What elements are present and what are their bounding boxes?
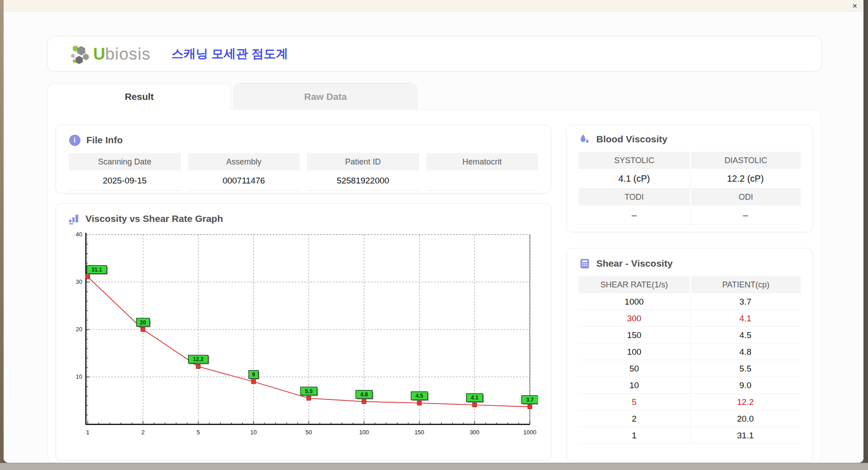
svg-text:4.5: 4.5 xyxy=(415,393,423,399)
table-row-cell-shear: 1000 xyxy=(579,293,690,310)
viscosity-graph-card: Viscosity vs Shear Rate Graph 1020304012… xyxy=(56,203,551,461)
brand-rest: biosis xyxy=(105,45,151,63)
svg-text:20: 20 xyxy=(140,320,146,326)
tab-raw-data[interactable]: Raw Data xyxy=(234,83,417,110)
shear-viscosity-table: SHEAR RATE(1/s) PATIENT(cp) 1000 3.7 300… xyxy=(579,276,801,444)
app-header: Ubiosis 스캐닝 모세관 점도계 xyxy=(47,36,821,71)
svg-text:10: 10 xyxy=(250,429,257,436)
table-row-cell-patient: 31.1 xyxy=(690,427,801,444)
window-content: Ubiosis 스캐닝 모세관 점도계 Result Raw Data File… xyxy=(4,12,863,463)
brand-u: U xyxy=(93,45,105,63)
tab-result[interactable]: Result xyxy=(47,83,231,110)
shear-viscosity-title-row: Shear - Viscosity xyxy=(579,258,801,269)
field-label: Hematocrit xyxy=(426,153,538,170)
svg-text:150: 150 xyxy=(415,429,425,436)
svg-text:3.7: 3.7 xyxy=(526,397,534,403)
table-row-cell-shear: 1 xyxy=(579,427,690,444)
left-column: File Info Scanning Date 2025-09-15 Assem… xyxy=(56,125,551,463)
svg-text:1: 1 xyxy=(86,429,89,436)
field-value xyxy=(426,170,538,191)
calculator-icon xyxy=(579,258,590,269)
app-window: × Ubiosis 스캐닝 모세관 점도계 Result Raw Data xyxy=(4,0,863,463)
svg-text:100: 100 xyxy=(359,429,369,436)
window-titlebar: × xyxy=(4,0,863,12)
brand-wordmark: Ubiosis xyxy=(93,46,151,62)
right-column: Blood Viscosity SYSTOLIC DIASTOLIC 4.1 (… xyxy=(566,125,813,463)
svg-text:50: 50 xyxy=(306,429,312,436)
field-value: 000711476 xyxy=(188,170,300,191)
bv-value-systolic: 4.1 (cP) xyxy=(579,169,690,188)
blood-viscosity-card: Blood Viscosity SYSTOLIC DIASTOLIC 4.1 (… xyxy=(566,125,813,232)
chart-plot-area: 102030401251050100150300100031.12012.295… xyxy=(68,228,538,444)
bv-value-diastolic: 12.2 (cP) xyxy=(690,169,801,188)
table-row-cell-shear: 2 xyxy=(579,410,690,427)
hexagon-cluster-logo-icon xyxy=(69,44,90,64)
table-row-cell-patient: 3.7 xyxy=(690,293,801,310)
field-label: Assembly xyxy=(188,153,300,170)
table-row-cell-patient: 12.2 xyxy=(690,394,801,410)
table-row-cell-shear: 10 xyxy=(579,377,690,394)
graph-title-row: Viscosity vs Shear Rate Graph xyxy=(68,213,539,225)
result-panel: File Info Scanning Date 2025-09-15 Assem… xyxy=(47,109,821,463)
desktop-edge-left xyxy=(0,0,4,463)
field-patient-id: Patient ID 52581922000 xyxy=(307,153,419,191)
blood-viscosity-title: Blood Viscosity xyxy=(596,134,667,145)
table-row-cell-patient: 5.5 xyxy=(690,360,801,377)
file-info-card: File Info Scanning Date 2025-09-15 Assem… xyxy=(56,125,551,193)
svg-text:9: 9 xyxy=(252,371,255,378)
field-value: 2025-09-15 xyxy=(69,170,181,191)
table-row-cell-patient: 4.1 xyxy=(690,310,801,327)
file-info-title-row: File Info xyxy=(69,134,538,146)
svg-text:4.1: 4.1 xyxy=(471,395,478,401)
viscosity-chart: 102030401251050100150300100031.12012.295… xyxy=(68,228,539,446)
table-row-cell-patient: 20.0 xyxy=(690,410,801,427)
svg-text:300: 300 xyxy=(470,429,480,436)
bv-value-todi: – xyxy=(579,206,690,225)
field-label: Patient ID xyxy=(307,153,419,170)
svg-text:31.1: 31.1 xyxy=(91,267,102,273)
info-circle-icon xyxy=(69,134,80,146)
bv-header-diastolic: DIASTOLIC xyxy=(690,152,801,169)
field-hematocrit: Hematocrit xyxy=(426,153,538,191)
field-assembly: Assembly 000711476 xyxy=(188,153,300,191)
water-drops-icon xyxy=(579,133,590,145)
sv-col-shear-rate: SHEAR RATE(1/s) xyxy=(579,276,690,293)
field-label: Scanning Date xyxy=(69,153,181,170)
field-value: 52581922000 xyxy=(307,170,419,191)
svg-text:5: 5 xyxy=(197,429,200,436)
ubiosis-logo: Ubiosis xyxy=(69,44,151,64)
blood-viscosity-title-row: Blood Viscosity xyxy=(579,133,801,145)
svg-text:2: 2 xyxy=(142,429,145,436)
bv-value-odi: – xyxy=(690,206,801,225)
table-row-cell-patient: 9.0 xyxy=(690,377,801,394)
table-row-cell-shear: 300 xyxy=(579,310,690,327)
table-row-cell-patient: 4.5 xyxy=(690,327,801,343)
sv-col-patient: PATIENT(cp) xyxy=(690,276,801,293)
table-row-cell-shear: 50 xyxy=(579,360,690,377)
table-row-cell-patient: 4.8 xyxy=(690,343,801,360)
table-row-cell-shear: 150 xyxy=(579,327,690,343)
bar-chart-icon xyxy=(68,213,80,225)
table-row-cell-shear: 5 xyxy=(579,394,690,410)
desktop-edge-bottom xyxy=(0,463,868,470)
field-scanning-date: Scanning Date 2025-09-15 xyxy=(69,153,181,191)
bv-header-odi: ODI xyxy=(690,188,801,206)
file-info-fields: Scanning Date 2025-09-15 Assembly 000711… xyxy=(69,153,538,191)
svg-text:12.2: 12.2 xyxy=(193,356,204,362)
tab-bar: Result Raw Data xyxy=(47,83,863,110)
svg-text:4.8: 4.8 xyxy=(360,391,368,398)
bv-header-systolic: SYSTOLIC xyxy=(579,152,690,169)
svg-text:10: 10 xyxy=(76,373,82,380)
svg-text:5.5: 5.5 xyxy=(305,388,313,395)
blood-viscosity-table: SYSTOLIC DIASTOLIC 4.1 (cP) 12.2 (cP) TO… xyxy=(579,152,801,225)
file-info-title: File Info xyxy=(86,135,123,146)
graph-title: Viscosity vs Shear Rate Graph xyxy=(85,213,223,224)
shear-viscosity-card: Shear - Viscosity SHEAR RATE(1/s) PATIEN… xyxy=(566,248,813,462)
shear-viscosity-title: Shear - Viscosity xyxy=(596,258,673,269)
svg-text:30: 30 xyxy=(76,278,82,285)
close-icon[interactable]: × xyxy=(852,0,857,11)
svg-text:20: 20 xyxy=(76,326,82,333)
svg-text:1000: 1000 xyxy=(524,429,537,436)
svg-text:40: 40 xyxy=(76,231,82,238)
bv-header-todi: TODI xyxy=(579,188,690,206)
